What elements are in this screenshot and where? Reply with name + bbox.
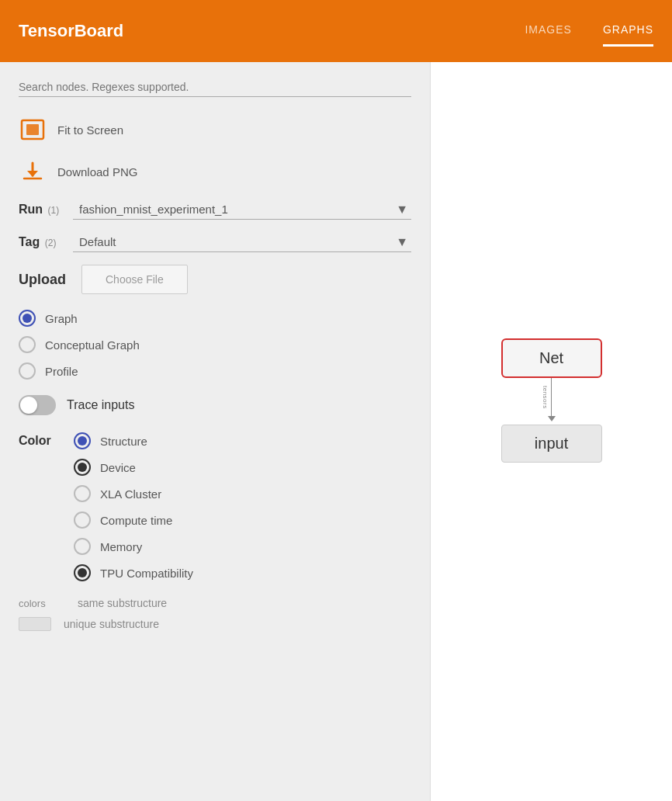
nav-images[interactable]: IMAGES bbox=[525, 23, 571, 39]
run-select-wrapper: fashion_mnist_experiment_1 ▼ bbox=[73, 199, 411, 220]
legend-colors-label: colors bbox=[19, 598, 65, 609]
tag-row: Tag (2) Default ▼ bbox=[19, 232, 411, 252]
color-compute-time[interactable]: Compute time bbox=[74, 511, 193, 529]
color-tpu[interactable]: TPU Compatibility bbox=[74, 564, 193, 581]
color-device-label: Device bbox=[100, 461, 136, 474]
svg-rect-1 bbox=[26, 124, 39, 135]
graph-node-input[interactable]: input bbox=[501, 425, 602, 463]
color-device[interactable]: Device bbox=[74, 459, 193, 476]
color-device-circle bbox=[74, 459, 91, 476]
color-memory-circle bbox=[74, 538, 91, 555]
color-memory[interactable]: Memory bbox=[74, 538, 193, 555]
radio-conceptual-graph[interactable]: Conceptual Graph bbox=[19, 336, 411, 353]
fit-to-screen-icon bbox=[19, 116, 47, 144]
radio-profile[interactable]: Profile bbox=[19, 362, 411, 380]
run-row: Run (1) fashion_mnist_experiment_1 ▼ bbox=[19, 199, 411, 220]
legend-unique-swatch bbox=[19, 617, 51, 631]
trace-inputs-label: Trace inputs bbox=[67, 398, 134, 412]
main-layout: Fit to Screen Download PNG Run (1) fashi… bbox=[0, 62, 672, 801]
color-label: Color bbox=[19, 432, 61, 448]
graph-node-net[interactable]: Net bbox=[501, 338, 602, 378]
color-structure-circle bbox=[74, 432, 91, 449]
upload-label: Upload bbox=[19, 272, 66, 288]
radio-profile-label: Profile bbox=[45, 365, 78, 378]
sidebar: Fit to Screen Download PNG Run (1) fashi… bbox=[0, 62, 431, 801]
color-section: Color Structure Device XLA Cluster bbox=[19, 432, 411, 581]
header: TensorBoard IMAGES GRAPHS bbox=[0, 0, 672, 62]
run-label: Run (1) bbox=[19, 203, 73, 217]
graph-panel: Net tensors input bbox=[431, 62, 672, 801]
color-tpu-label: TPU Compatibility bbox=[100, 567, 193, 580]
fit-to-screen-button[interactable]: Fit to Screen bbox=[19, 116, 411, 144]
connector-line: tensors bbox=[551, 378, 552, 417]
legend-unique-substructure: unique substructure bbox=[19, 617, 411, 631]
radio-profile-circle bbox=[19, 362, 36, 380]
color-compute-label: Compute time bbox=[100, 514, 172, 527]
app-title: TensorBoard bbox=[19, 21, 123, 41]
legend-unique-text: unique substructure bbox=[64, 618, 159, 630]
color-xla-circle bbox=[74, 485, 91, 502]
legend-same-substructure: colors same substructure bbox=[19, 597, 411, 609]
trace-inputs-row: Trace inputs bbox=[19, 395, 411, 415]
color-xla-label: XLA Cluster bbox=[100, 487, 161, 501]
search-input[interactable] bbox=[19, 78, 411, 97]
nav-graphs[interactable]: GRAPHS bbox=[603, 23, 653, 39]
graph-connector: tensors bbox=[548, 378, 556, 425]
toggle-knob bbox=[20, 397, 37, 414]
graph-type-group: Graph Conceptual Graph Profile bbox=[19, 310, 411, 380]
radio-conceptual-circle bbox=[19, 336, 36, 353]
graph-canvas: Net tensors input bbox=[501, 338, 602, 463]
color-structure-label: Structure bbox=[100, 435, 147, 448]
connector-label: tensors bbox=[542, 386, 549, 409]
download-png-button[interactable]: Download PNG bbox=[19, 158, 411, 186]
choose-file-button[interactable]: Choose File bbox=[81, 265, 188, 294]
upload-row: Upload Choose File bbox=[19, 265, 411, 294]
trace-inputs-toggle[interactable] bbox=[19, 395, 56, 415]
top-nav: IMAGES GRAPHS bbox=[525, 23, 653, 39]
color-options: Structure Device XLA Cluster Compute tim… bbox=[74, 432, 193, 581]
run-select[interactable]: fashion_mnist_experiment_1 bbox=[73, 199, 411, 220]
color-structure[interactable]: Structure bbox=[74, 432, 193, 449]
color-xla-cluster[interactable]: XLA Cluster bbox=[74, 485, 193, 502]
fit-to-screen-label: Fit to Screen bbox=[57, 123, 123, 137]
color-memory-label: Memory bbox=[100, 540, 142, 553]
radio-graph-circle bbox=[19, 310, 36, 327]
connector-arrow bbox=[548, 416, 556, 421]
colors-legend: colors same substructure unique substruc… bbox=[19, 597, 411, 631]
tag-select[interactable]: Default bbox=[73, 232, 411, 252]
radio-graph-label: Graph bbox=[45, 312, 78, 325]
color-compute-circle bbox=[74, 511, 91, 529]
legend-same-text: same substructure bbox=[78, 597, 167, 609]
color-tpu-circle bbox=[74, 564, 91, 581]
download-icon bbox=[19, 158, 47, 186]
radio-conceptual-label: Conceptual Graph bbox=[45, 338, 140, 352]
radio-graph[interactable]: Graph bbox=[19, 310, 411, 327]
tag-label: Tag (2) bbox=[19, 235, 73, 249]
tag-select-wrapper: Default ▼ bbox=[73, 232, 411, 252]
download-png-label: Download PNG bbox=[57, 165, 137, 179]
